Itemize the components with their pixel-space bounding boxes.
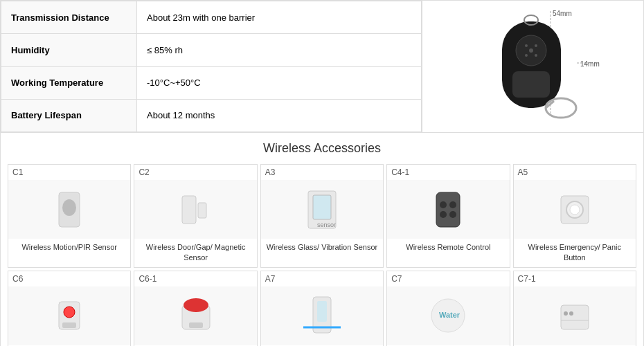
svg-point-8 (535, 44, 537, 47)
svg-point-34 (184, 298, 208, 312)
accessory-image (387, 180, 509, 239)
svg-rect-41 (561, 305, 589, 329)
spec-label: Battery Lifespan (1, 99, 137, 131)
accessories-grid: C1 Wireless Motion/PIR Sensor C2 Wireles… (8, 164, 636, 346)
accessory-code: A5 (514, 165, 533, 180)
accessory-code: C2 (134, 165, 153, 180)
spec-row: Transmission DistanceAbout 23m with one … (1, 1, 422, 34)
svg-point-31 (64, 307, 75, 318)
svg-point-25 (440, 211, 447, 218)
spec-value: About 23m with one barrier (137, 1, 422, 34)
accessory-item: C4-1 Wireless Remote Control (386, 164, 510, 268)
svg-text:sensor: sensor (317, 221, 336, 228)
svg-point-26 (449, 211, 456, 218)
specs-table: Transmission DistanceAbout 23m with one … (1, 1, 422, 132)
spec-label: Working Temperature (1, 66, 137, 99)
accessory-item: C6-1 Wireless Red Flash Siren (134, 271, 257, 346)
svg-point-29 (570, 205, 580, 215)
accessory-item: A3 sensor Wireless Glass/ Vibration Sens… (260, 164, 384, 268)
spec-value: About 12 months (137, 99, 422, 131)
svg-rect-20 (313, 195, 331, 219)
accessory-image (134, 180, 256, 239)
accessory-label: Wireless Door/Gap/ Magnetic Sensor (134, 239, 256, 267)
accessory-image (8, 286, 130, 345)
svg-rect-32 (62, 322, 76, 328)
spec-label: Humidity (1, 34, 137, 66)
accessory-image (514, 180, 636, 239)
accessory-code: C6 (8, 271, 27, 286)
spec-row: Humidity≤ 85% rh (1, 34, 422, 66)
spec-row: Battery LifespanAbout 12 months (1, 99, 422, 131)
spec-row: Working Temperature-10°C~+50°C (1, 66, 422, 99)
accessory-image (134, 286, 256, 345)
svg-text:14mm: 14mm (580, 60, 600, 68)
svg-point-13 (546, 98, 576, 118)
accessory-code: C7 (387, 271, 406, 286)
accessory-image (261, 286, 383, 345)
accessory-item: A7 Wireless Water Intrusion (260, 271, 384, 346)
svg-point-10 (535, 54, 537, 57)
wireless-title: Wireless Accessories (8, 133, 636, 164)
svg-point-23 (440, 201, 447, 208)
accessory-item: C7 Water Wireless Water Leakage (386, 271, 510, 346)
svg-text:54mm: 54mm (553, 10, 572, 17)
accessory-code: C6-1 (134, 271, 161, 286)
svg-rect-22 (436, 192, 460, 227)
svg-rect-11 (512, 71, 550, 98)
accessory-item: C1 Wireless Motion/PIR Sensor (8, 164, 131, 268)
product-image: 54mm 14mm (422, 1, 643, 132)
svg-rect-18 (198, 203, 206, 218)
spec-value: ≤ 85% rh (137, 34, 422, 66)
svg-rect-35 (189, 322, 203, 328)
svg-rect-37 (317, 301, 327, 322)
svg-point-9 (525, 54, 528, 57)
accessory-code: C4-1 (387, 165, 413, 180)
accessory-item: C6 Wireless Flash/Strobe/ (8, 271, 131, 346)
accessory-code: C7-1 (514, 271, 540, 286)
svg-rect-17 (182, 196, 196, 224)
accessory-image: sensor (261, 180, 383, 239)
accessory-code: A7 (261, 271, 280, 286)
svg-text:Water: Water (439, 311, 460, 319)
svg-point-44 (569, 311, 573, 316)
wireless-accessories-section: Wireless Accessories C1 Wireless Motion/… (0, 133, 644, 346)
accessory-image: Water (387, 286, 509, 345)
accessory-item: A5 Wireless Emergency/ Panic Button (513, 164, 636, 268)
accessory-label: Wireless Glass/ Vibration Sensor (264, 239, 381, 256)
accessory-item: C2 Wireless Door/Gap/ Magnetic Sensor (134, 164, 257, 268)
svg-point-43 (564, 311, 568, 316)
spec-label: Transmission Distance (1, 1, 137, 34)
svg-point-16 (62, 199, 76, 216)
svg-point-24 (449, 201, 456, 208)
spec-value: -10°C~+50°C (137, 66, 422, 99)
accessory-code: C1 (8, 165, 27, 180)
accessory-label: Wireless Emergency/ Panic Button (514, 239, 636, 267)
accessory-label: Wireless Motion/PIR Sensor (19, 239, 120, 256)
svg-point-6 (529, 48, 533, 53)
accessory-label: Wireless Remote Control (403, 239, 493, 256)
svg-point-7 (525, 44, 528, 47)
accessory-image (8, 180, 130, 239)
accessory-code: A3 (261, 165, 280, 180)
accessory-item: C7-1 Wireless Water Leakage (513, 271, 636, 346)
accessory-image (514, 286, 636, 345)
